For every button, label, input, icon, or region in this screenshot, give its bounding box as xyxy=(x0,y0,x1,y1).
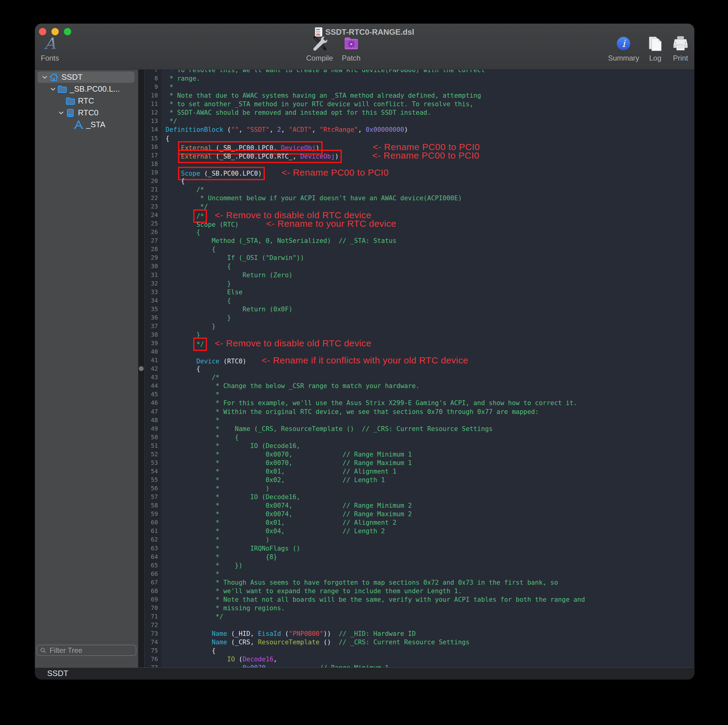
print-button[interactable]: Print xyxy=(672,35,689,63)
code-line[interactable]: 54 * 0x01, // Alignment 1 xyxy=(144,467,694,476)
code-line[interactable]: 72 xyxy=(144,621,694,629)
code-line[interactable]: 16 External (_SB_.PC00.LPC0, DeviceObj)<… xyxy=(144,143,694,151)
code-line[interactable]: 7 * To resolve this, we'll want to creat… xyxy=(144,70,694,74)
patch-button[interactable]: Patch xyxy=(342,35,360,63)
code-line[interactable]: 40 xyxy=(144,347,694,356)
line-number: 26 xyxy=(144,228,161,237)
code-line[interactable]: 51 * IO (Decode16, xyxy=(144,442,694,450)
code-line[interactable]: 9 * xyxy=(144,83,694,91)
split-drag-handle[interactable] xyxy=(139,366,144,371)
code-line[interactable]: 10 * Note that due to AWAC systems havin… xyxy=(144,91,694,100)
code-line[interactable]: 19 Scope (_SB.PC00.LPC0)<- Rename PC00 t… xyxy=(144,168,694,177)
line-number: 48 xyxy=(144,416,161,425)
sidebar-item-ssdt[interactable]: SSDT xyxy=(35,71,138,83)
code-line[interactable]: 39 */<- Remove to disable old RTC device xyxy=(144,339,694,347)
code-line[interactable]: 64 * {8} xyxy=(144,553,694,561)
code-line[interactable]: 23 */ xyxy=(144,202,694,211)
sidebar-item-rtc0[interactable]: RTC0 xyxy=(35,107,138,119)
code-line[interactable]: 48 * xyxy=(144,416,694,425)
fonts-button[interactable]: A Fonts xyxy=(41,35,59,63)
code-line[interactable]: 18 xyxy=(144,160,694,168)
code-line[interactable]: 69 * Note that not all boards will be th… xyxy=(144,595,694,604)
sidebar-item-rtc[interactable]: RTC xyxy=(35,95,138,107)
code-line[interactable]: 8 * range. xyxy=(144,74,694,83)
sidebar-item--sb-pc00-l-[interactable]: _SB.PC00.L... xyxy=(35,83,138,95)
code-line[interactable]: 26 { xyxy=(144,228,694,237)
code-line[interactable]: 75 { xyxy=(144,647,694,655)
code-line[interactable]: 49 * Name (_CRS, ResourceTemplate () // … xyxy=(144,425,694,433)
code-line[interactable]: 76 IO (Decode16, xyxy=(144,655,694,664)
code-line[interactable]: 13 */ xyxy=(144,117,694,125)
code-line[interactable]: 47 * Within the original RTC device, we … xyxy=(144,408,694,416)
code-line[interactable]: 62 * ) xyxy=(144,535,694,544)
code-line[interactable]: 32 } xyxy=(144,279,694,288)
code-line[interactable]: 45 * xyxy=(144,390,694,399)
log-button[interactable]: Log xyxy=(648,35,662,63)
code-line[interactable]: 63 * IRQNoFlags () xyxy=(144,544,694,553)
code-line[interactable]: 20 { xyxy=(144,177,694,185)
chevron-down-icon[interactable] xyxy=(57,109,65,116)
code-line[interactable]: 38 } xyxy=(144,330,694,339)
line-number: 60 xyxy=(144,519,161,527)
code-line[interactable]: 31 Return (Zero) xyxy=(144,271,694,279)
code-line[interactable]: 29 If (_OSI ("Darwin")) xyxy=(144,254,694,262)
chevron-down-icon[interactable] xyxy=(49,86,57,93)
code-line[interactable]: 70 * missing regions. xyxy=(144,604,694,612)
code-line[interactable]: 22 * Uncomment below if your ACPI doesn'… xyxy=(144,194,694,202)
code-line[interactable]: 11 * to set another _STA method in your … xyxy=(144,100,694,109)
code-line[interactable]: 46 * For this example, we'll use the Asu… xyxy=(144,399,694,407)
line-number: 43 xyxy=(144,373,161,382)
code-line[interactable]: 25 Scope (RTC)<- Rename to your RTC devi… xyxy=(144,219,694,228)
annotation-text: <- Rename PC00 to PCI0 xyxy=(372,150,479,161)
code-text: { xyxy=(161,245,216,254)
code-line[interactable]: 77 0x0070, // Range Minimum 1 xyxy=(144,664,694,668)
code-line[interactable]: 28 { xyxy=(144,245,694,254)
code-line[interactable]: 27 Method (_STA, 0, NotSerialized) // _S… xyxy=(144,237,694,245)
code-line[interactable]: 34 { xyxy=(144,297,694,305)
code-line[interactable]: 65 * }) xyxy=(144,561,694,570)
code-editor[interactable]: 7 * To resolve this, we'll want to creat… xyxy=(144,70,694,668)
sidebar-item--sta[interactable]: _STA xyxy=(35,119,138,131)
line-number: 44 xyxy=(144,382,161,390)
code-line[interactable]: 55 * 0x02, // Length 1 xyxy=(144,476,694,484)
code-line[interactable]: 12 * SSDT-AWAC should be removed and ins… xyxy=(144,109,694,117)
code-line[interactable]: 52 * 0x0070, // Range Minimum 1 xyxy=(144,450,694,459)
code-line[interactable]: 66 * xyxy=(144,570,694,578)
code-text: IO (Decode16, xyxy=(161,655,277,664)
code-line[interactable]: 73 Name (_HID, EisaId ("PNP0B00")) // _H… xyxy=(144,629,694,638)
code-line[interactable]: 68 * we'll want to expand the range to i… xyxy=(144,587,694,595)
summary-button[interactable]: i Summary xyxy=(608,35,639,63)
line-number: 13 xyxy=(144,117,161,125)
code-line[interactable]: 21 /* xyxy=(144,185,694,194)
code-line[interactable]: 56 * ) xyxy=(144,484,694,493)
code-line[interactable]: 44 * Change the below _CSR range to matc… xyxy=(144,382,694,390)
code-line[interactable]: 24 /*<- Remove to disable old RTC device xyxy=(144,211,694,219)
line-number: 24 xyxy=(144,211,161,219)
code-line[interactable]: 59 * 0x0074, // Range Maximum 2 xyxy=(144,510,694,519)
code-line[interactable]: 74 Name (_CRS, ResourceTemplate () // _C… xyxy=(144,638,694,647)
code-line[interactable]: 71 */ xyxy=(144,612,694,621)
code-line[interactable]: 43 /* xyxy=(144,373,694,382)
code-line[interactable]: 37 } xyxy=(144,322,694,330)
code-line[interactable]: 58 * 0x0074, // Range Minimum 2 xyxy=(144,501,694,510)
code-line[interactable]: 30 { xyxy=(144,262,694,271)
code-line[interactable]: 17 External (_SB_.PC00.LPC0.RTC_, Device… xyxy=(144,151,694,160)
code-line[interactable]: 35 Return (0x0F) xyxy=(144,305,694,314)
code-line[interactable]: 42 { xyxy=(144,365,694,373)
code-line[interactable]: 57 * IO (Decode16, xyxy=(144,493,694,501)
chevron-down-icon[interactable] xyxy=(40,73,49,81)
compile-button[interactable]: Compile xyxy=(306,35,333,63)
filter-tree-field[interactable] xyxy=(37,645,136,656)
filter-tree-input[interactable] xyxy=(49,646,133,655)
code-line[interactable]: 36 } xyxy=(144,314,694,322)
line-number: 21 xyxy=(144,185,161,194)
code-line[interactable]: 50 * { xyxy=(144,433,694,442)
code-line[interactable]: 41 Device (RTC0)<- Rename if it conflict… xyxy=(144,356,694,365)
code-line[interactable]: 15{ xyxy=(144,134,694,143)
code-line[interactable]: 53 * 0x0070, // Range Maximum 1 xyxy=(144,459,694,467)
code-line[interactable]: 61 * 0x04, // Length 2 xyxy=(144,527,694,535)
code-line[interactable]: 33 Else xyxy=(144,288,694,297)
code-line[interactable]: 60 * 0x01, // Alignment 2 xyxy=(144,519,694,527)
code-line[interactable]: 14DefinitionBlock ("", "SSDT", 2, "ACDT"… xyxy=(144,125,694,134)
code-line[interactable]: 67 * Though Asus seems to have forgotten… xyxy=(144,578,694,587)
